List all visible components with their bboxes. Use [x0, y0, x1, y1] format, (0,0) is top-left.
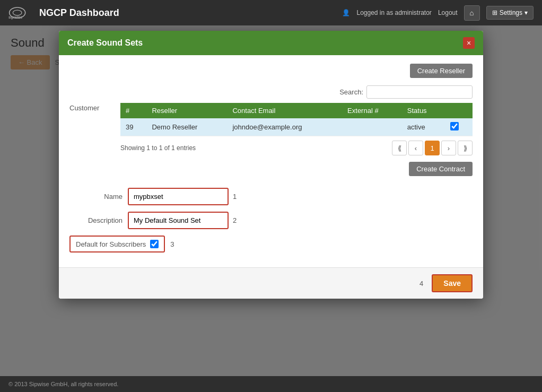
main-content: Sound ← Back Show 5 Create Sound Sets × … — [0, 25, 542, 376]
save-step-number: 4 — [419, 280, 423, 288]
description-input[interactable] — [130, 214, 226, 227]
name-outline: mypbxset — [128, 188, 229, 205]
default-subscribers-label: Default for Subscribers — [76, 240, 146, 248]
modal-overlay: Create Sound Sets × Create Reseller Cust… — [0, 25, 542, 376]
create-contract-row: Create Contract — [120, 162, 473, 176]
navbar-right: 👤 Logged in as administrator Logout ⌂ ⊞ … — [342, 5, 534, 21]
cell-email: johndoe@example.org — [227, 118, 342, 136]
name-input[interactable]: mypbxset — [130, 190, 226, 203]
brand-title: NGCP Dashboard — [39, 7, 119, 19]
modal-body[interactable]: Create Reseller Customer Search: — [59, 55, 483, 267]
customer-area: Customer Search: # Reselle — [69, 85, 473, 186]
sipwise-logo: sip:wise — [8, 5, 35, 20]
modal-footer: 4 Save — [59, 267, 483, 299]
svg-point-1 — [13, 10, 22, 15]
table-row[interactable]: 39 Demo Reseller johndoe@example.org act… — [120, 118, 473, 136]
customer-label: Customer — [69, 85, 112, 186]
user-info: Logged in as administrator — [356, 9, 431, 16]
cell-checkbox[interactable] — [445, 118, 473, 136]
next-page-button[interactable]: › — [441, 141, 456, 155]
settings-label: Settings — [500, 9, 522, 16]
settings-button[interactable]: ⊞ Settings ▾ — [486, 6, 534, 20]
col-id: # — [120, 103, 146, 118]
search-row: Search: — [120, 85, 473, 99]
cell-reseller: Demo Reseller — [146, 118, 227, 136]
modal-title: Create Sound Sets — [67, 38, 143, 48]
create-contract-button[interactable]: Create Contract — [409, 162, 473, 176]
col-external: External # — [342, 103, 402, 118]
description-field-row: Description 2 — [69, 212, 473, 229]
prev-page-button[interactable]: ‹ — [408, 141, 423, 155]
search-label: Search: — [339, 88, 363, 96]
cell-id: 39 — [120, 118, 146, 136]
name-label: Name — [69, 193, 123, 201]
last-page-button[interactable]: ⟫ — [458, 141, 473, 155]
user-icon: 👤 — [342, 9, 350, 16]
save-button[interactable]: Save — [432, 274, 473, 292]
create-reseller-row: Create Reseller — [69, 64, 473, 78]
first-page-button[interactable]: ⟪ — [392, 141, 407, 155]
create-reseller-button[interactable]: Create Reseller — [410, 64, 473, 78]
name-step-number: 1 — [233, 193, 242, 201]
brand: sip:wise NGCP Dashboard — [8, 5, 119, 20]
col-action — [445, 103, 473, 118]
grid-icon: ⊞ — [492, 9, 497, 16]
description-label: Description — [69, 216, 123, 224]
col-email: Contact Email — [227, 103, 342, 118]
current-page-button[interactable]: 1 — [425, 141, 440, 155]
default-subscribers-step: 3 — [170, 240, 174, 248]
description-input-wrapper: 2 — [128, 212, 473, 229]
chevron-down-icon: ▾ — [524, 9, 528, 16]
footer-text: © 2013 Sipwise GmbH, all rights reserved… — [8, 381, 118, 387]
customer-table-col: Search: # Reseller Contact Email Externa… — [120, 85, 473, 186]
default-subscribers-checkbox[interactable] — [150, 240, 159, 248]
customer-table: # Reseller Contact Email External # Stat… — [120, 103, 473, 136]
modal-header: Create Sound Sets × — [59, 31, 483, 55]
description-outline — [128, 212, 229, 229]
name-input-wrapper: mypbxset 1 — [128, 188, 473, 205]
home-button[interactable]: ⌂ — [464, 5, 480, 21]
default-subscribers-row: Default for Subscribers 3 — [69, 236, 473, 252]
modal-close-button[interactable]: × — [463, 37, 475, 49]
default-subscribers-outline: Default for Subscribers — [69, 236, 165, 252]
pagination-buttons: ⟪ ‹ 1 › ⟫ — [392, 141, 473, 155]
cell-status: active — [402, 118, 445, 136]
logout-link[interactable]: Logout — [438, 9, 458, 16]
search-input[interactable] — [366, 85, 473, 99]
svg-text:sip:wise: sip:wise — [8, 15, 23, 20]
navbar: sip:wise NGCP Dashboard 👤 Logged in as a… — [0, 0, 542, 25]
entries-info: Showing 1 to 1 of 1 entries — [120, 144, 196, 152]
col-reseller: Reseller — [146, 103, 227, 118]
footer: © 2013 Sipwise GmbH, all rights reserved… — [0, 376, 542, 392]
description-step-number: 2 — [233, 216, 242, 224]
cell-external — [342, 118, 402, 136]
col-status: Status — [402, 103, 445, 118]
modal: Create Sound Sets × Create Reseller Cust… — [59, 31, 483, 299]
name-field-row: Name mypbxset 1 — [69, 188, 473, 205]
pagination-row: Showing 1 to 1 of 1 entries ⟪ ‹ 1 › ⟫ — [120, 141, 473, 155]
home-icon: ⌂ — [470, 9, 474, 17]
row-select-checkbox[interactable] — [450, 122, 459, 130]
